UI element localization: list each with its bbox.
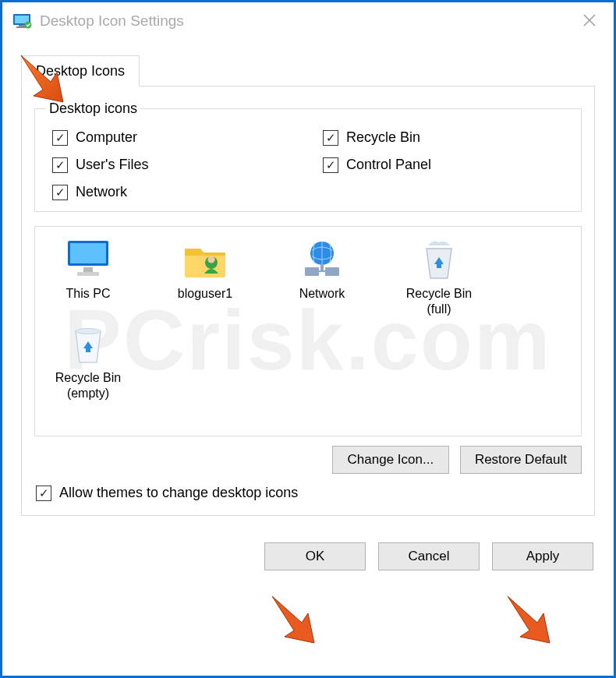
svg-rect-17: [311, 270, 333, 272]
icon-label: bloguser1: [158, 286, 252, 302]
icon-item-recycle-bin-full[interactable]: Recycle Bin (full): [392, 238, 486, 317]
svg-rect-9: [83, 267, 93, 272]
client-area: Desktop Icons Desktop icons ✓ Computer ✓…: [2, 55, 614, 588]
checkbox-label: Computer: [76, 129, 137, 146]
svg-rect-8: [70, 243, 106, 263]
icon-item-user[interactable]: bloguser1: [158, 238, 252, 317]
svg-rect-10: [77, 272, 99, 276]
annotation-arrow-icon: [264, 588, 327, 651]
desktop-icons-group: Desktop icons ✓ Computer ✓ Recycle Bin ✓: [34, 101, 582, 212]
checkbox-computer[interactable]: ✓ Computer: [52, 129, 299, 146]
recycle-bin-empty-icon: [63, 322, 113, 365]
tab-strip: Desktop Icons Desktop icons ✓ Computer ✓…: [21, 55, 595, 516]
icon-item-network[interactable]: Network: [275, 238, 369, 317]
dialog-window: PCrisk.com Desktop Icon Settings Desktop…: [0, 0, 616, 678]
close-icon: [583, 14, 596, 26]
checkbox-network[interactable]: ✓ Network: [52, 184, 299, 200]
svg-rect-2: [19, 25, 25, 26]
tab-body: Desktop icons ✓ Computer ✓ Recycle Bin ✓: [21, 86, 595, 516]
icon-label: This PC: [41, 286, 135, 302]
system-icon: [13, 12, 32, 30]
ok-button[interactable]: OK: [264, 542, 366, 570]
dialog-buttons-row: OK Cancel Apply: [21, 542, 595, 570]
checkbox-recycle-bin[interactable]: ✓ Recycle Bin: [323, 129, 570, 146]
allow-themes-checkbox[interactable]: ✓ Allow themes to change desktop icons: [34, 485, 582, 501]
icon-label: Recycle Bin (empty): [41, 370, 135, 401]
svg-point-4: [25, 22, 32, 29]
change-icon-button[interactable]: Change Icon...: [332, 446, 449, 474]
apply-button[interactable]: Apply: [492, 542, 593, 570]
checkbox-grid: ✓ Computer ✓ Recycle Bin ✓ User's Files: [46, 125, 570, 200]
icon-list: This PC bloguser1: [41, 238, 575, 401]
checkbox-box: ✓: [52, 157, 68, 173]
close-button[interactable]: [576, 11, 603, 31]
user-folder-icon: [180, 238, 230, 281]
checkbox-label: Recycle Bin: [346, 129, 420, 146]
annotation-arrow-icon: [500, 588, 562, 651]
checkbox-label: Control Panel: [346, 157, 431, 173]
checkbox-label: Network: [76, 184, 127, 200]
checkbox-users-files[interactable]: ✓ User's Files: [52, 157, 299, 173]
cancel-button[interactable]: Cancel: [378, 542, 480, 570]
icon-item-this-pc[interactable]: This PC: [41, 238, 135, 317]
window-title: Desktop Icon Settings: [40, 12, 576, 30]
title-bar: Desktop Icon Settings: [2, 2, 614, 40]
checkbox-control-panel[interactable]: ✓ Control Panel: [323, 157, 570, 173]
checkbox-box: ✓: [323, 130, 338, 146]
tab-desktop-icons[interactable]: Desktop Icons: [21, 55, 140, 87]
svg-point-12: [208, 256, 215, 263]
svg-point-18: [76, 329, 101, 334]
icon-label: Recycle Bin (full): [392, 286, 486, 317]
icon-item-recycle-bin-empty[interactable]: Recycle Bin (empty): [41, 322, 135, 401]
desktop-icons-legend: Desktop icons: [46, 101, 140, 117]
icon-buttons-row: Change Icon... Restore Default: [34, 446, 582, 474]
checkbox-label: Allow themes to change desktop icons: [59, 485, 298, 501]
icon-preview-box: This PC bloguser1: [34, 226, 582, 436]
checkbox-box: ✓: [52, 185, 68, 200]
checkbox-box: ✓: [323, 157, 338, 173]
restore-default-button[interactable]: Restore Default: [460, 446, 582, 474]
network-icon: [297, 238, 347, 281]
checkbox-label: User's Files: [76, 157, 148, 173]
icon-label: Network: [275, 286, 369, 302]
checkbox-box: ✓: [36, 486, 51, 501]
recycle-bin-full-icon: [414, 238, 464, 281]
computer-icon: [63, 238, 113, 281]
checkbox-box: ✓: [52, 130, 68, 146]
